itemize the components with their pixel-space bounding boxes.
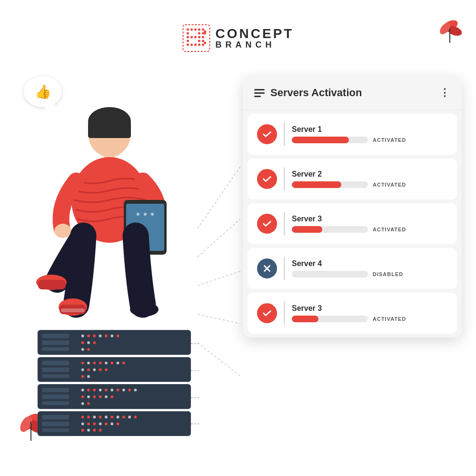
server-stack-illustration bbox=[29, 307, 200, 443]
svg-point-82 bbox=[93, 388, 96, 391]
svg-point-73 bbox=[87, 429, 90, 432]
progress-bar-bg bbox=[292, 271, 368, 278]
x-icon bbox=[257, 258, 277, 278]
svg-point-111 bbox=[87, 368, 90, 371]
progress-container: ACTIVATED bbox=[292, 137, 447, 143]
logo-concept-label: CONCEPT bbox=[216, 27, 294, 40]
svg-point-44 bbox=[151, 213, 154, 216]
svg-point-61 bbox=[117, 416, 119, 418]
server-row: Server 4DISABLED bbox=[248, 248, 457, 289]
svg-rect-77 bbox=[42, 387, 69, 392]
svg-point-126 bbox=[110, 335, 113, 337]
more-options-icon[interactable]: ⋮ bbox=[439, 87, 450, 99]
svg-rect-53 bbox=[42, 421, 69, 426]
svg-point-22 bbox=[204, 42, 206, 44]
svg-point-65 bbox=[81, 422, 84, 425]
svg-point-116 bbox=[87, 375, 90, 378]
progress-container: ACTIVATED bbox=[292, 226, 447, 233]
svg-rect-120 bbox=[42, 347, 69, 351]
svg-point-62 bbox=[122, 416, 125, 418]
row-divider bbox=[284, 212, 285, 236]
svg-point-9 bbox=[187, 44, 189, 46]
server-row: Server 3ACTIVATED bbox=[248, 203, 457, 244]
svg-point-107 bbox=[110, 361, 113, 364]
svg-point-59 bbox=[105, 416, 108, 418]
svg-point-81 bbox=[87, 388, 90, 391]
svg-point-132 bbox=[87, 348, 90, 351]
svg-rect-49 bbox=[38, 280, 66, 289]
svg-point-128 bbox=[81, 341, 84, 344]
status-label: ACTIVATED bbox=[373, 182, 406, 188]
svg-point-70 bbox=[110, 422, 113, 425]
hamburger-icon bbox=[254, 89, 265, 97]
svg-point-72 bbox=[81, 429, 84, 432]
svg-point-110 bbox=[81, 368, 84, 371]
status-label: ACTIVATED bbox=[373, 227, 406, 232]
svg-point-1 bbox=[187, 29, 189, 31]
svg-point-108 bbox=[117, 361, 119, 364]
server-info: Server 1ACTIVATED bbox=[292, 125, 447, 143]
svg-point-63 bbox=[128, 416, 131, 418]
svg-point-4 bbox=[187, 32, 189, 35]
check-icon bbox=[257, 169, 277, 189]
row-divider bbox=[284, 122, 285, 146]
svg-rect-79 bbox=[42, 401, 69, 405]
svg-point-125 bbox=[105, 335, 108, 337]
svg-rect-54 bbox=[42, 428, 69, 432]
server-list: Server 1ACTIVATED Server 2ACTIVATED Serv… bbox=[243, 114, 462, 334]
progress-container: ACTIVATED bbox=[292, 181, 447, 188]
progress-bar-bg bbox=[292, 181, 368, 188]
svg-point-6 bbox=[190, 36, 193, 39]
svg-point-91 bbox=[87, 396, 90, 398]
svg-point-88 bbox=[128, 388, 131, 391]
server-info: Server 3ACTIVATED bbox=[292, 215, 447, 233]
server-row: Server 2ACTIVATED bbox=[248, 159, 457, 199]
svg-point-43 bbox=[144, 213, 147, 216]
svg-point-3 bbox=[194, 29, 197, 31]
svg-point-13 bbox=[202, 29, 204, 31]
svg-point-86 bbox=[117, 388, 119, 391]
svg-point-24 bbox=[202, 44, 204, 46]
logo-branch-label: BRANCH bbox=[216, 40, 294, 49]
logo-icon bbox=[182, 24, 211, 52]
row-divider bbox=[284, 301, 285, 325]
svg-point-10 bbox=[190, 44, 193, 46]
svg-rect-78 bbox=[42, 395, 69, 399]
logo-area: CONCEPT BRANCH bbox=[182, 24, 294, 52]
svg-point-92 bbox=[93, 396, 96, 398]
svg-point-97 bbox=[87, 402, 90, 405]
svg-point-7 bbox=[194, 36, 197, 39]
svg-point-12 bbox=[198, 29, 200, 31]
svg-point-103 bbox=[87, 361, 90, 364]
progress-bar-bg bbox=[292, 316, 368, 322]
card-header-left: Servers Activation bbox=[254, 87, 362, 99]
svg-point-15 bbox=[198, 32, 200, 35]
server-info: Server 3ACTIVATED bbox=[292, 304, 447, 322]
svg-point-5 bbox=[187, 36, 189, 39]
svg-point-102 bbox=[81, 361, 84, 364]
svg-point-64 bbox=[134, 416, 137, 418]
svg-point-75 bbox=[99, 429, 102, 432]
svg-point-115 bbox=[81, 375, 84, 378]
svg-point-104 bbox=[93, 361, 96, 364]
progress-bar-fill bbox=[292, 226, 322, 233]
svg-rect-35 bbox=[88, 121, 131, 138]
svg-point-94 bbox=[105, 396, 108, 398]
server-name-label: Server 2 bbox=[292, 170, 447, 178]
svg-rect-52 bbox=[42, 415, 69, 419]
svg-point-121 bbox=[81, 335, 84, 337]
svg-point-131 bbox=[81, 348, 84, 351]
svg-point-127 bbox=[117, 335, 119, 337]
progress-bar-fill bbox=[292, 316, 318, 322]
server-name-label: Server 3 bbox=[292, 304, 447, 313]
svg-point-113 bbox=[99, 368, 102, 371]
server-name-label: Server 4 bbox=[292, 259, 447, 268]
illustration-area: 👍 bbox=[10, 71, 228, 443]
progress-bar-bg bbox=[292, 137, 368, 143]
svg-point-114 bbox=[105, 368, 108, 371]
check-icon bbox=[257, 214, 277, 234]
progress-bar-bg bbox=[292, 226, 368, 233]
progress-bar-fill bbox=[292, 137, 349, 143]
server-name-label: Server 1 bbox=[292, 125, 447, 134]
svg-rect-118 bbox=[42, 334, 69, 338]
